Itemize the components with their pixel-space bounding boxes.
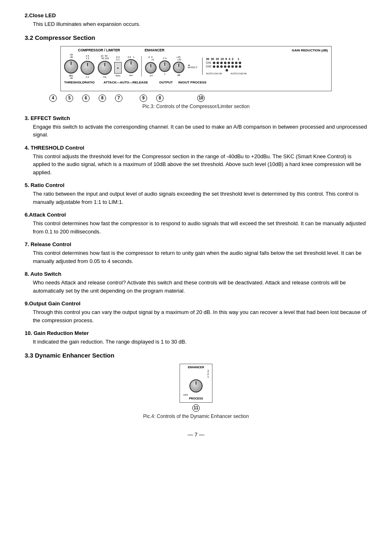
compressor-limiter-label: COMPRESSOR / LIMITER xyxy=(64,48,134,52)
threshold-section: 4. THRESHOLD Control This control adjust… xyxy=(25,145,367,177)
close-led-heading: 2.Close LED xyxy=(25,12,367,18)
enhancer-num-11: 11 xyxy=(192,404,200,412)
compressor-diagram-caption: Pic.3: Controls of the Compressor/Limite… xyxy=(25,104,367,109)
process-label: PROCESS xyxy=(182,397,210,400)
inout-process-label: IN/OUT PROCESS xyxy=(178,81,211,84)
gain-reduction-section: 30201510642 1 CH1 xyxy=(202,58,246,75)
control-num-8b: 8 xyxy=(156,95,164,102)
output-bottom-label: OUTPUT xyxy=(156,81,176,84)
led-dot xyxy=(231,62,234,64)
auto-switch-section: 8. Auto Switch Who needs Attack and rele… xyxy=(25,271,367,295)
ch2-label: CH2 xyxy=(206,65,211,68)
dynamic-enhancer-heading: 3.3 Dynamic Enhancer Section xyxy=(25,352,367,359)
ratio-bottom-label: RATIO xyxy=(81,81,98,84)
control-num-9: 9 xyxy=(140,95,147,102)
led-dot xyxy=(235,65,238,68)
led-dot xyxy=(235,62,238,64)
led-dot xyxy=(226,69,228,72)
led-dot xyxy=(228,62,230,64)
ratio-heading: 5. Ratio Control xyxy=(25,182,367,188)
attack-section: 6.Attack Control This control determines… xyxy=(25,212,367,235)
ratio-knob[interactable] xyxy=(81,61,95,75)
ch1-label: CH1 xyxy=(206,61,211,64)
threshold-text: This control adjusts the threshold level… xyxy=(25,152,367,177)
control-num-10: 10 xyxy=(197,95,205,102)
led-dot xyxy=(213,62,215,64)
release-heading: 7. Release Control xyxy=(25,241,367,247)
output-gain-section: 9.Output Gain Control Through this contr… xyxy=(25,300,367,324)
threshold-knob[interactable] xyxy=(64,60,78,74)
led-dot xyxy=(224,62,226,64)
enhancer-diagram-box: ENHANCER 3 2 1 OFF PROCESS xyxy=(180,364,212,403)
led-dot xyxy=(228,65,230,68)
auto-ch1-in-label: AUTO-CH1-IN xyxy=(206,72,222,75)
release-knob[interactable] xyxy=(124,59,138,73)
control-num-5: 5 xyxy=(66,95,73,102)
output-gain-text: Through this control you can vary the ou… xyxy=(25,308,367,324)
ratio-section: 5. Ratio Control The ratio between the i… xyxy=(25,182,367,206)
led-dot xyxy=(220,65,223,68)
led-dot xyxy=(217,65,219,68)
page-footer: — 7 — xyxy=(25,432,367,438)
auto-switch-heading: 8. Auto Switch xyxy=(25,271,367,277)
effect-switch-text: Engage this switch to activate the corre… xyxy=(25,123,367,139)
output-gain-heading: 9.Output Gain Control xyxy=(25,300,367,307)
compressor-diagram-box: COMPRESSOR / LIMITER ENHANCER GAIN REDUC… xyxy=(60,46,332,91)
gain-reduction-heading: 10. Gain Reduction Meter xyxy=(25,330,367,336)
led-dot xyxy=(233,69,235,72)
led-dot xyxy=(239,65,241,68)
compressor-section: 3.2 Compressor Section COMPRESSOR / LIMI… xyxy=(25,34,367,109)
led-dot xyxy=(231,65,234,68)
compressor-heading: 3.2 Compressor Section xyxy=(25,34,367,41)
control-num-7: 7 xyxy=(115,95,122,102)
close-led-section: 2.Close LED This LED illuminates when ex… xyxy=(25,12,367,28)
led-dot xyxy=(237,69,239,72)
auto-switch[interactable]: ▲ xyxy=(114,62,122,74)
auto-ch2-in-label: AUTO-CH2-IN xyxy=(231,72,247,75)
gain-reduction-meter-section: 10. Gain Reduction Meter It indicated th… xyxy=(25,330,367,346)
attack-knob[interactable] xyxy=(98,61,112,75)
led-dot xyxy=(239,62,241,64)
enhancer-label: ENHANCER xyxy=(138,48,171,52)
threshold-bottom-label: THRESHOLD xyxy=(64,81,80,84)
effect-switch-section: 3. EFFECT Switch Engage this switch to a… xyxy=(25,115,367,139)
led-dot xyxy=(214,69,217,72)
effect-switch-heading: 3. EFFECT Switch xyxy=(25,115,367,121)
gain-reduction-label: GAIN REDUCTION (dB) xyxy=(292,48,328,52)
dynamic-enhancer-section: 3.3 Dynamic Enhancer Section ENHANCER 3 … xyxy=(25,352,367,419)
attack-heading: 6.Attack Control xyxy=(25,212,367,218)
led-dot xyxy=(220,62,223,64)
led-dot xyxy=(213,65,215,68)
enhancer-box-label: ENHANCER xyxy=(182,366,210,369)
inout-knob[interactable] xyxy=(159,60,171,72)
led-dot xyxy=(211,69,213,72)
led-dot xyxy=(222,69,224,72)
release-text: This control determines how fast is the … xyxy=(25,249,367,265)
led-dot xyxy=(217,62,219,64)
led-dot xyxy=(224,65,226,68)
threshold-heading: 4. THRESHOLD Control xyxy=(25,145,367,151)
control-num-8: 8 xyxy=(99,95,106,102)
attack-release-label: ATTACK—AUTO—RELEASE xyxy=(101,81,150,84)
release-section: 7. Release Control This control determin… xyxy=(25,241,367,265)
control-num-6: 6 xyxy=(82,95,90,102)
gain-reduction-text: It indicated the gain reduction. The ran… xyxy=(25,338,367,346)
enhancer-control-knob[interactable] xyxy=(189,379,203,392)
control-num-4: 4 xyxy=(49,95,57,102)
enhancer-diagram-wrapper: ENHANCER 3 2 1 OFF PROCESS 11 xyxy=(25,364,367,412)
enhancer-diagram-caption: Pic.4: Controls of the Dynamic Enhancer … xyxy=(25,413,367,419)
output-knob[interactable] xyxy=(173,62,184,73)
led-dot xyxy=(218,69,221,72)
ratio-text: The ratio between the input and output l… xyxy=(25,190,367,206)
led-dot xyxy=(229,69,232,72)
enhancer-knob[interactable] xyxy=(145,62,157,74)
attack-text: This control determines how fast the com… xyxy=(25,219,367,235)
close-led-text: This LED illuminates when expansion occu… xyxy=(25,20,367,28)
compressor-diagram-wrapper: COMPRESSOR / LIMITER ENHANCER GAIN REDUC… xyxy=(25,46,367,91)
auto-switch-text: Who needs Attack and release control? Ac… xyxy=(25,279,367,295)
